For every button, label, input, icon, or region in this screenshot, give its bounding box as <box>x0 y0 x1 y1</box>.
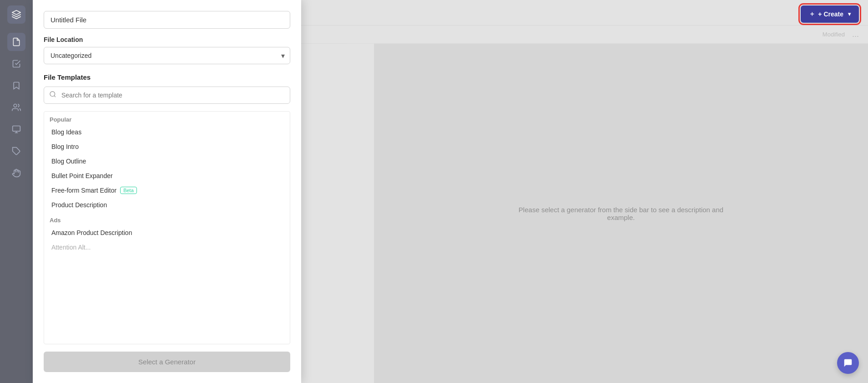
chat-icon <box>843 358 853 368</box>
search-icon <box>49 91 56 100</box>
template-search-input[interactable] <box>44 87 290 104</box>
svg-line-7 <box>54 96 56 97</box>
category-popular: Popular <box>44 112 288 125</box>
template-label-blog-intro: Blog Intro <box>51 143 79 150</box>
template-list: Popular Blog Ideas Blog Intro Blog Outli… <box>44 112 290 344</box>
file-location-select[interactable]: Uncategorized Category 1 Category 2 <box>44 47 290 64</box>
create-button[interactable]: ＋ + Create ▾ <box>801 5 859 23</box>
template-label-product-desc: Product Description <box>51 201 107 209</box>
template-label-blog-ideas: Blog Ideas <box>51 128 81 136</box>
modal-dialog: File Location Uncategorized Category 1 C… <box>33 0 301 383</box>
create-plus-icon: ＋ <box>809 10 815 18</box>
template-item-product-desc[interactable]: Product Description <box>44 198 288 212</box>
template-list-container: Popular Blog Ideas Blog Intro Blog Outli… <box>44 111 290 344</box>
template-item-blog-intro[interactable]: Blog Intro <box>44 139 288 154</box>
template-label-freeform: Free-form Smart Editor <box>51 187 116 194</box>
template-item-attention[interactable]: Attention Alt... <box>44 240 288 255</box>
template-label-blog-outline: Blog Outline <box>51 158 86 165</box>
template-label-attention: Attention Alt... <box>51 244 91 251</box>
template-item-bullet-point[interactable]: Bullet Point Expander <box>44 169 288 183</box>
file-name-input[interactable] <box>44 11 290 29</box>
beta-badge: Beta <box>120 187 137 194</box>
select-generator-button[interactable]: Select a Generator <box>44 352 290 372</box>
template-item-blog-outline[interactable]: Blog Outline <box>44 154 288 169</box>
svg-point-6 <box>50 92 55 97</box>
template-item-freeform[interactable]: Free-form Smart Editor Beta <box>44 183 288 198</box>
main-area: All My Bo Pr Unc + New <box>33 0 868 383</box>
chat-button[interactable] <box>837 352 859 374</box>
category-ads: Ads <box>44 212 288 225</box>
create-label: + Create <box>818 10 843 18</box>
file-location-wrapper: Uncategorized Category 1 Category 2 ▾ <box>44 47 290 64</box>
file-location-label: File Location <box>44 36 290 43</box>
file-templates-heading: File Templates <box>44 73 290 81</box>
create-dropdown-icon: ▾ <box>848 11 851 17</box>
template-item-amazon[interactable]: Amazon Product Description <box>44 225 288 240</box>
template-item-blog-ideas[interactable]: Blog Ideas <box>44 125 288 139</box>
modal-overlay: File Location Uncategorized Category 1 C… <box>0 0 868 383</box>
template-search-wrapper <box>44 87 290 104</box>
template-label-amazon: Amazon Product Description <box>51 229 132 236</box>
template-label-bullet-point: Bullet Point Expander <box>51 172 113 179</box>
